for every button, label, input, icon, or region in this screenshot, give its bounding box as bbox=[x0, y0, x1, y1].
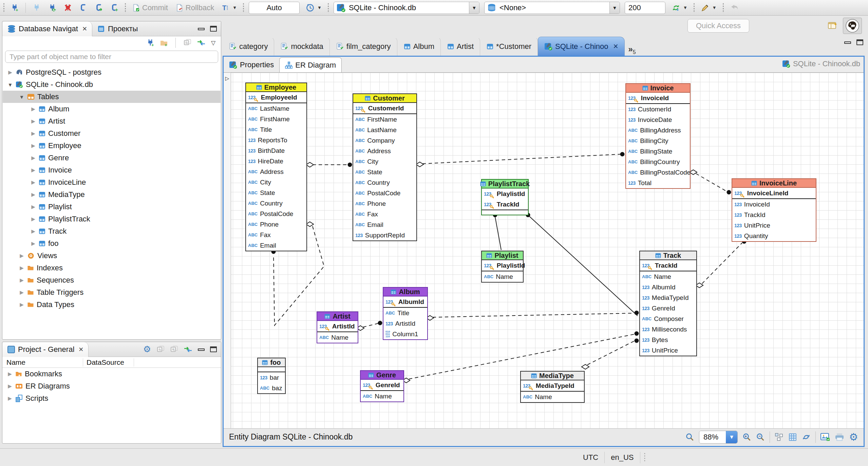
column-invoicedate[interactable]: 123 InvoiceDate bbox=[626, 114, 690, 125]
column-billingcountry[interactable]: ABC BillingCountry bbox=[626, 157, 690, 167]
chevron-collapsed-icon[interactable]: ▶ bbox=[31, 143, 36, 149]
print-icon[interactable] bbox=[835, 433, 844, 442]
column-address[interactable]: ABC Address bbox=[353, 146, 416, 156]
tree-item-data-types[interactable]: ▶ Data Types bbox=[3, 299, 221, 311]
locale-indicator[interactable]: en_US bbox=[605, 452, 640, 463]
chevron-expanded-icon[interactable]: ▼ bbox=[19, 94, 24, 100]
column-state[interactable]: ABC State bbox=[246, 187, 306, 198]
save-image-icon[interactable] bbox=[820, 433, 830, 442]
column-company[interactable]: ABC Company bbox=[353, 135, 416, 146]
column-customerid[interactable]: 123 CustomerId bbox=[626, 104, 690, 114]
entity-foo[interactable]: foo123 barABC baz bbox=[257, 358, 286, 394]
tree-item-views[interactable]: ▶Views bbox=[3, 250, 221, 262]
column-country[interactable]: ABC Country bbox=[246, 198, 306, 209]
column-phone[interactable]: ABC Phone bbox=[246, 219, 306, 230]
chevron-collapsed-icon[interactable]: ▶ bbox=[19, 253, 24, 259]
zoom-in-icon[interactable]: + bbox=[742, 433, 751, 442]
column-trackid[interactable]: 123 TrackId bbox=[482, 199, 528, 210]
column-genreid[interactable]: 123 GenreId bbox=[361, 380, 403, 390]
entity-employee[interactable]: Employee 123 EmployeeIdABC LastNameABC F… bbox=[245, 83, 307, 251]
connection-combo[interactable]: SQLite - Chinook.db ▼ bbox=[334, 2, 479, 14]
column-total[interactable]: 123 Total bbox=[626, 178, 690, 188]
chevron-collapsed-icon[interactable]: ▶ bbox=[31, 179, 36, 185]
column-quantity[interactable]: 123 Quantity bbox=[732, 231, 816, 241]
column-invoiceid[interactable]: 123 InvoiceId bbox=[732, 199, 816, 210]
new-connection-button[interactable]: + bbox=[9, 1, 20, 14]
transaction-mode-button[interactable] bbox=[78, 1, 89, 14]
column-fax[interactable]: ABC Fax bbox=[353, 209, 416, 219]
new-folder-icon[interactable]: + bbox=[160, 39, 168, 47]
minimize-icon[interactable] bbox=[198, 28, 205, 30]
refresh-diagram-icon[interactable] bbox=[802, 433, 811, 442]
entity-genre[interactable]: Genre 123 GenreIdABC Name bbox=[360, 370, 404, 402]
tree-item-sqlite-chinook-db[interactable]: ▼ SQLite - Chinook.db bbox=[3, 78, 221, 91]
collapse-all-icon[interactable]: − bbox=[156, 345, 165, 354]
column-email[interactable]: ABC Email bbox=[353, 219, 416, 230]
chevron-expanded-icon[interactable]: ▼ bbox=[7, 82, 13, 88]
column-supportrepid[interactable]: 123 SupportRepId bbox=[353, 230, 416, 240]
search-icon[interactable] bbox=[685, 433, 694, 442]
column-playlistid[interactable]: 123 PlaylistId bbox=[482, 260, 523, 271]
entity-header[interactable]: Invoice bbox=[626, 84, 690, 93]
column-phone[interactable]: ABC Phone bbox=[353, 198, 416, 209]
er-diagram-canvas[interactable]: ▷ Employee 123 EmployeeIdABC LastNameABC… bbox=[224, 72, 864, 428]
column-city[interactable]: ABC City bbox=[246, 177, 306, 187]
column-hiredate[interactable]: 123 HireDate bbox=[246, 156, 306, 166]
tree-item-album[interactable]: ▶ Album bbox=[3, 103, 221, 115]
column-birthdate[interactable]: 123 BirthDate bbox=[246, 145, 306, 156]
chevron-collapsed-icon[interactable]: ▶ bbox=[31, 130, 36, 137]
column-postalcode[interactable]: ABC PostalCode bbox=[353, 188, 416, 198]
tree-item-playlisttrack[interactable]: ▶ PlaylistTrack bbox=[3, 213, 221, 225]
tree-item-invoiceline[interactable]: ▶ InvoiceLine bbox=[3, 176, 221, 189]
column-invoiceid[interactable]: 123 InvoiceId bbox=[626, 93, 690, 103]
entity-header[interactable]: Employee bbox=[246, 83, 306, 92]
editor-tab-artist[interactable]: Artist bbox=[441, 37, 480, 56]
column-trackid[interactable]: 123 TrackId bbox=[640, 260, 696, 271]
chevron-collapsed-icon[interactable]: ▶ bbox=[31, 228, 36, 234]
column-title[interactable]: ABC Title bbox=[383, 308, 427, 318]
chevron-collapsed-icon[interactable]: ▶ bbox=[19, 289, 24, 295]
timezone-indicator[interactable]: UTC bbox=[577, 452, 605, 463]
chevron-collapsed-icon[interactable]: ▶ bbox=[31, 240, 36, 247]
entity-header[interactable]: Album bbox=[383, 288, 427, 297]
column-datasource[interactable]: DataSource bbox=[83, 358, 134, 366]
entity-track[interactable]: Track 123 TrackIdABC Name123 AlbumId123 … bbox=[639, 251, 697, 356]
fetch-size-input[interactable]: 200 bbox=[625, 2, 665, 14]
chevron-collapsed-icon[interactable]: ▶ bbox=[19, 277, 24, 283]
refresh-button[interactable]: ▼ bbox=[670, 1, 689, 14]
column-firstname[interactable]: ABC FirstName bbox=[353, 114, 416, 125]
entity-invoiceline[interactable]: InvoiceLine 123 InvoiceLineId123 Invoice… bbox=[732, 178, 816, 242]
column-genreid[interactable]: 123 GenreId bbox=[640, 303, 696, 313]
dbeaver-perspective-button[interactable] bbox=[843, 18, 862, 34]
column-employeeid[interactable]: 123 EmployeeId bbox=[246, 92, 306, 103]
column-bar[interactable]: 123 bar bbox=[258, 372, 285, 383]
close-icon[interactable]: ✕ bbox=[613, 42, 619, 50]
column-mediatypeid[interactable]: 123 MediaTypeId bbox=[640, 292, 696, 303]
chevron-collapsed-icon[interactable]: ▶ bbox=[31, 167, 36, 173]
transaction-add-button[interactable]: + bbox=[109, 1, 120, 14]
editor-tab--customer[interactable]: *Customer bbox=[480, 37, 538, 56]
tab-database-navigator[interactable]: Database Navigat ✕ bbox=[2, 21, 92, 36]
txmode-combo[interactable]: Auto bbox=[249, 2, 300, 14]
column-fax[interactable]: ABC Fax bbox=[246, 230, 306, 240]
diagram-settings-gear-icon[interactable]: ⚙ bbox=[849, 431, 858, 443]
chevron-collapsed-icon[interactable]: ▶ bbox=[31, 155, 36, 161]
column-composer[interactable]: ABC Composer bbox=[640, 313, 696, 324]
schema-dropdown-button[interactable]: ▼ bbox=[609, 2, 620, 14]
tree-item-customer[interactable]: ▶ Customer bbox=[3, 127, 221, 140]
column-unitprice[interactable]: 123 UnitPrice bbox=[640, 345, 696, 356]
column-state[interactable]: ABC State bbox=[353, 167, 416, 177]
auto-layout-icon[interactable] bbox=[775, 433, 784, 442]
zoom-out-icon[interactable]: − bbox=[756, 433, 765, 442]
project-item-bookmarks[interactable]: ▶ ★Bookmarks bbox=[2, 368, 221, 380]
maximize-icon[interactable] bbox=[210, 346, 217, 352]
gear-icon[interactable]: ⚙ bbox=[143, 344, 151, 355]
entity-header[interactable]: InvoiceLine bbox=[732, 179, 816, 188]
column-country[interactable]: ABC Country bbox=[353, 177, 416, 188]
column-billingcity[interactable]: ABC BillingCity bbox=[626, 136, 690, 146]
entity-header[interactable]: Genre bbox=[361, 371, 403, 380]
tree-item-table-triggers[interactable]: ▶ Table Triggers bbox=[3, 286, 221, 299]
close-icon[interactable]: ✕ bbox=[82, 25, 87, 33]
toggle-grid-icon[interactable] bbox=[788, 433, 797, 442]
object-filter-input[interactable]: Type part of object name to filter bbox=[5, 51, 218, 63]
